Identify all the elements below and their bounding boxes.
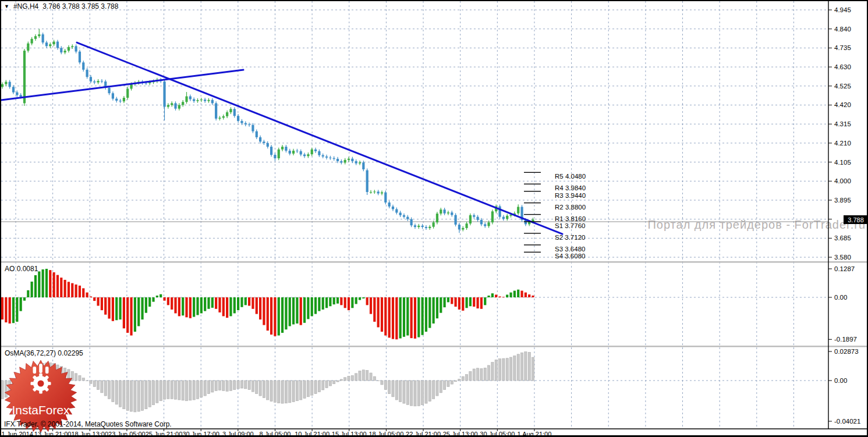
pivot-label: R2 3.8800	[555, 204, 586, 211]
ao-bar	[174, 297, 176, 313]
ao-histogram	[1, 269, 534, 339]
osma-bar	[513, 356, 516, 381]
ao-bar	[126, 297, 129, 333]
badge-label: InstaForex	[12, 403, 70, 417]
candle-body	[300, 151, 302, 155]
osma-bar	[325, 381, 328, 388]
candle-body	[1, 84, 3, 87]
ao-bar	[433, 297, 435, 324]
ao-bar	[517, 290, 519, 297]
ao-bar	[348, 297, 350, 310]
pivot-label: R5 4.0480	[555, 173, 586, 180]
ao-bar	[278, 297, 280, 336]
ao-bar	[454, 297, 456, 307]
candle-body	[292, 151, 295, 154]
ao-bar	[366, 297, 369, 305]
candle-body	[318, 151, 320, 155]
candle-body	[465, 223, 467, 228]
candle-body	[359, 162, 361, 164]
ao-bar	[528, 294, 530, 297]
candle-body	[263, 141, 265, 143]
candle-body	[112, 93, 114, 98]
ohlc-quotes: 3.786 3.788 3.785 3.788	[42, 2, 118, 10]
candle-body	[267, 143, 269, 147]
ao-bar	[520, 291, 523, 297]
ao-bar	[229, 297, 232, 316]
osma-bar	[355, 374, 357, 381]
candle-body	[245, 123, 247, 125]
candle-body	[303, 154, 306, 156]
ao-bar	[480, 297, 483, 309]
candle-body	[45, 42, 48, 46]
osma-bar	[436, 381, 438, 396]
ao-bar	[134, 297, 136, 332]
symbol-dropdown-icon[interactable]: ▼	[4, 3, 9, 10]
ao-bar	[16, 297, 18, 322]
osma-bar	[233, 381, 236, 390]
osma-bar	[528, 352, 530, 381]
candle-body	[484, 224, 486, 226]
pivot-label: R4 3.9840	[555, 184, 586, 191]
candle-body	[289, 151, 291, 154]
indicator-axis-label: 0.02873	[834, 348, 859, 355]
ao-bar	[473, 297, 475, 307]
ao-bar	[296, 297, 298, 324]
osma-bar	[237, 381, 239, 389]
candle-body	[425, 227, 427, 228]
pivot-label: S2 3.7120	[555, 234, 585, 241]
candle-body	[410, 219, 413, 226]
ao-bar	[204, 297, 206, 311]
ao-bar	[1, 297, 3, 319]
ao-bar	[462, 297, 464, 311]
trend-line[interactable]	[1, 70, 243, 100]
ao-bar	[145, 297, 147, 313]
ao-bar	[71, 283, 73, 297]
ao-bar	[237, 297, 239, 310]
osma-bar	[270, 381, 272, 402]
chart-canvas[interactable]: R5 4.0480R4 3.9840R3 3.9440R2 3.8800R1 3…	[0, 0, 868, 437]
ao-bar	[403, 297, 405, 337]
candle-body	[101, 81, 103, 81]
osma-bar	[406, 381, 409, 404]
ao-bar	[300, 297, 302, 325]
candle-body	[108, 88, 110, 93]
osma-bar	[200, 381, 203, 397]
candle-body	[421, 226, 424, 227]
ao-bar	[469, 297, 472, 306]
candle-body	[373, 191, 375, 192]
candle-body	[362, 162, 364, 169]
ao-bar	[196, 297, 199, 315]
osma-bar	[469, 371, 472, 381]
ao-bar	[373, 297, 375, 322]
candle-body	[204, 100, 206, 101]
osma-bar	[104, 381, 107, 396]
ao-bar	[274, 297, 276, 336]
candle-body	[34, 36, 37, 39]
candle-body	[16, 93, 18, 95]
osma-bar	[285, 381, 287, 403]
ao-bar	[233, 297, 236, 313]
candle-body	[167, 105, 169, 106]
ao-bar	[388, 297, 391, 337]
candle-body	[23, 51, 26, 103]
candle-body	[296, 151, 298, 151]
candle-body	[399, 212, 402, 215]
candle-body	[68, 47, 70, 51]
osma-bar	[487, 365, 490, 381]
osma-bar	[171, 381, 173, 399]
osma-bar	[281, 381, 284, 403]
candle-body	[189, 97, 192, 100]
osma-bar	[373, 376, 375, 381]
osma-bar	[278, 381, 280, 403]
ao-bar	[406, 297, 409, 336]
ao-bar	[399, 297, 402, 338]
trend-line[interactable]	[77, 42, 562, 234]
candle-body	[454, 215, 456, 225]
candle-body	[93, 81, 95, 83]
ao-bar	[425, 297, 427, 332]
osma-bar	[267, 381, 269, 400]
ao-bar	[377, 297, 380, 327]
osma-bar	[292, 381, 295, 402]
candle-body	[207, 100, 210, 101]
osma-bar	[123, 381, 125, 409]
